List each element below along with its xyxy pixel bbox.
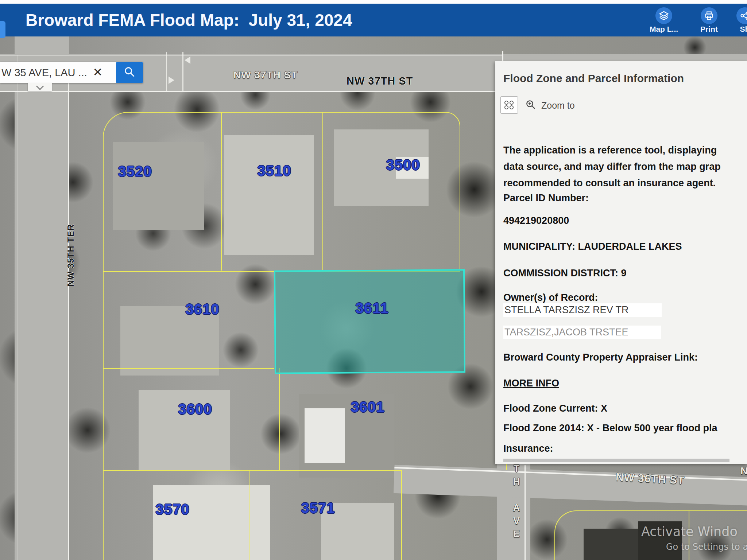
zoom-to-button[interactable]: Zoom to: [525, 99, 575, 112]
share-button[interactable]: Sh: [723, 4, 747, 36]
parcel-label-3600[interactable]: 3600: [178, 401, 212, 417]
road-line-35ter-west: [17, 55, 18, 560]
parcel-edge-3571-east: [401, 470, 402, 560]
parcel-id-value: 494219020800: [503, 215, 569, 226]
insurance-label: Insurance:: [503, 443, 553, 454]
flood-info-panel: Flood Zone and Parcel Information Zoom t…: [495, 61, 747, 464]
search-box[interactable]: W 35 AVE, LAU ... ✕: [0, 62, 143, 83]
app-header: Broward FEMA Flood Map: July 31, 2024 Ma…: [0, 4, 747, 36]
street-label-th-ave: TH AVE: [511, 463, 522, 560]
appraiser-link-label: Broward County Property Appraiser Link:: [503, 352, 698, 363]
parcel-label-3520[interactable]: 3520: [118, 163, 152, 180]
search-input[interactable]: W 35 AVE, LAU ...: [1, 67, 89, 79]
activate-windows-watermark: Activate Windo: [641, 524, 738, 539]
chevron-down-icon: [36, 82, 43, 90]
road-nw35th-ter: [15, 36, 69, 560]
search-icon: [123, 66, 136, 79]
parcel-label-3510[interactable]: 3510: [258, 163, 291, 179]
owners-label: Owner(s) of Record:: [503, 292, 598, 303]
grid-icon: [504, 101, 514, 109]
parcel-line-row3-south: [103, 470, 401, 471]
selected-parcel-3611[interactable]: [274, 269, 465, 374]
print-icon: [701, 7, 717, 24]
disclaimer-line-3: recommended to consult an insurance agen…: [503, 178, 716, 189]
panel-title: Flood Zone and Parcel Information: [503, 72, 684, 85]
parcel-divider-3570-3571: [249, 470, 249, 560]
search-button[interactable]: [116, 62, 143, 83]
road-line-south-ave: [525, 465, 526, 560]
share-label: Sh: [723, 25, 747, 34]
street-label-nw37th-west: NW 37TH ST: [233, 69, 298, 81]
parcel-divider-3600-3601: [279, 368, 280, 470]
road-line-37th-bottom: [0, 91, 503, 92]
parcel-label-3611[interactable]: 3611: [356, 300, 389, 316]
road-line-35ter: [68, 81, 69, 560]
search-collapse-tab[interactable]: [28, 83, 52, 91]
app-logo: [0, 21, 5, 38]
parcel-label-3570[interactable]: 3570: [156, 501, 190, 518]
clipped-text-line: [503, 459, 729, 462]
street-label-n-clipped: N: [740, 465, 747, 477]
parcel-edge-west-south: [103, 470, 104, 560]
parcel-label-3500[interactable]: 3500: [386, 157, 420, 173]
disclaimer-line-1: The application is a reference tool, dis…: [503, 145, 717, 156]
parcel-label-3601[interactable]: 3601: [351, 399, 385, 415]
lane-line-1: [166, 52, 167, 91]
parcel-divider-3520-3510: [221, 112, 222, 271]
close-icon[interactable]: ✕: [90, 65, 105, 79]
lane-arrow-left: [185, 57, 190, 64]
layers-icon: [655, 7, 672, 24]
parcel-label-3610[interactable]: 3610: [186, 301, 220, 318]
road-line-right-ave: [502, 51, 503, 62]
parcel-label-3571[interactable]: 3571: [301, 500, 335, 516]
owner-name-1: STELLA TARSZISZ REV TR: [503, 303, 662, 317]
municipality-value: MUNICIPALITY: LAUDERDALE LAKES: [503, 241, 682, 252]
map-layers-button[interactable]: Map L...: [642, 4, 686, 36]
parcel-block-north: [103, 112, 460, 272]
parcel-id-label: Parcel ID Number:: [503, 192, 589, 204]
street-label-nw37th-east: NW 37TH ST: [347, 75, 413, 87]
activate-windows-watermark-line2: Go to Settings to ac: [666, 542, 747, 552]
top-strip: [0, 0, 747, 4]
street-label-nw35th-ter: NW 35TH TER: [66, 224, 76, 286]
flood-zone-2014-value: Flood Zone 2014: X - Below 500 year floo…: [503, 423, 717, 434]
map-layers-label: Map L...: [642, 25, 686, 34]
owner-name-2: TARSZISZ,JACOB TRSTEE: [503, 326, 661, 339]
dock-button[interactable]: [500, 96, 518, 114]
lane-arrow-right: [169, 77, 174, 84]
house-3570: [153, 485, 270, 560]
parcel-line-3610-south: [103, 368, 274, 369]
parcel-divider-3510-3500: [322, 112, 323, 271]
more-info-link[interactable]: MORE INFO: [503, 378, 559, 389]
road-line-37th-top: [0, 55, 503, 56]
zoom-in-icon: [525, 99, 536, 112]
zoom-to-label: Zoom to: [541, 100, 575, 111]
house-3601-roof: [305, 408, 345, 463]
page-title: Broward FEMA Flood Map: July 31, 2024: [26, 10, 352, 30]
share-icon: [736, 7, 747, 24]
flood-zone-current-value: Flood Zone Current: X: [503, 403, 607, 414]
disclaimer-line-2: data source, and may differ from the map…: [503, 161, 721, 172]
parcel-edge-west-mid: [103, 271, 104, 470]
commission-district-value: COMMISSION DISTRICT: 9: [503, 268, 627, 279]
lane-line-2: [182, 52, 183, 91]
